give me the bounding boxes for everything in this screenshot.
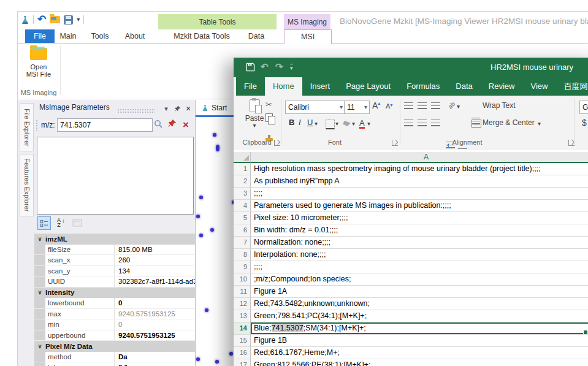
shrink-font-button[interactable]: A▾ (386, 102, 392, 110)
property-value[interactable]: 260 (115, 256, 195, 264)
grow-font-button[interactable]: A▴ (372, 101, 380, 110)
wrap-text-button[interactable]: Wrap Text (483, 101, 516, 110)
excel-save-icon[interactable] (246, 63, 255, 72)
open-msi-file-button[interactable]: Open MSI File (21, 46, 56, 90)
excel-tab-file[interactable]: File (236, 77, 265, 96)
panel-menu-caret-icon[interactable]: ▾ (161, 104, 171, 113)
toolbar-drag-handle[interactable] (36, 120, 38, 131)
borders-icon[interactable] (326, 120, 335, 129)
cell-A11[interactable]: Figure 1A (251, 286, 588, 298)
collapse-chevron-icon[interactable]: ∨ (34, 236, 45, 242)
accounting-format-button[interactable]: $ (582, 118, 587, 128)
row-header-12[interactable]: 12 (234, 298, 251, 310)
select-all-corner[interactable] (234, 152, 251, 163)
excel-qat-dropdown-icon[interactable]: ▾ (290, 64, 293, 71)
clipboard-dialog-launcher-icon[interactable] (274, 140, 280, 146)
property-category-imzml[interactable]: ∨imzML (34, 234, 195, 245)
open-folder-icon[interactable] (50, 16, 60, 23)
excel-tab-home[interactable]: Home (265, 77, 302, 96)
property-value[interactable]: 0 (115, 321, 195, 328)
excel-redo-icon[interactable]: ↷ (275, 61, 283, 72)
cell-A14[interactable]: Blue;741.5307;SM(34:1);[M+K]+; (251, 322, 588, 335)
categorized-view-icon[interactable] (37, 216, 51, 230)
property-value[interactable]: 9240.5751953125 (115, 332, 195, 339)
property-value[interactable]: 9240.5751953125 (115, 310, 195, 318)
align-left-icon[interactable] (404, 120, 413, 126)
property-uuid[interactable]: UUID302382c7-a8f1-114d-ad30 (34, 276, 195, 288)
excel-tab-formulas[interactable]: Formulas (399, 77, 448, 96)
row-header-6[interactable]: 6 (234, 224, 251, 237)
font-size-combo[interactable]: 11 ▾ (344, 101, 370, 114)
clear-mz-icon[interactable]: × (183, 118, 189, 132)
panel-drag-grip[interactable] (117, 109, 155, 113)
font-dialog-launcher-icon[interactable] (392, 140, 398, 146)
cell-A7[interactable]: Normalization: none;;;; (251, 237, 588, 249)
row-header-17[interactable]: 17 (234, 359, 251, 366)
font-color-caret-icon[interactable]: ▾ (367, 121, 370, 127)
font-name-combo[interactable]: Calibri ▾ (285, 101, 345, 114)
sidebar-tab-file-explorer[interactable]: File Explorer (20, 103, 34, 151)
property-method[interactable]: methodDa (34, 352, 195, 363)
property-filesize[interactable]: fileSize815.00 MB (34, 245, 195, 256)
property-value[interactable]: 0 (115, 299, 195, 307)
excel-tab-review[interactable]: Review (481, 77, 523, 96)
paste-button[interactable]: Paste ▾ (242, 99, 267, 129)
cell-A12[interactable]: Red;743.5482;unknown;unknown; (251, 298, 588, 310)
orientation-icon[interactable]: ab (447, 101, 457, 110)
qat-dropdown-icon[interactable]: ▾ (77, 17, 80, 23)
pin-mz-icon[interactable] (167, 119, 177, 128)
property-min[interactable]: min0 (34, 319, 195, 330)
property-max[interactable]: max9240.5751953125 (34, 309, 195, 320)
property-value[interactable]: 0.1 (115, 364, 195, 366)
row-header-2[interactable]: 2 (234, 175, 251, 188)
underline-button[interactable]: U (307, 118, 313, 127)
property-tolerance[interactable]: tolerance0.1 (34, 362, 195, 366)
row-header-13[interactable]: 13 (234, 310, 251, 322)
panel-close-icon[interactable]: × (183, 104, 193, 113)
property-category-intensity[interactable]: ∨Intensity (34, 288, 195, 299)
collapse-chevron-icon[interactable]: ∨ (34, 289, 45, 295)
excel-tab-百度网[interactable]: 百度网 (556, 77, 588, 96)
property-value[interactable]: Da (115, 353, 195, 360)
excel-tab-data[interactable]: Data (448, 77, 480, 96)
row-header-3[interactable]: 3 (234, 188, 251, 200)
fill-handle[interactable] (583, 330, 588, 335)
mzkit-tab-file[interactable]: File (25, 29, 55, 43)
save-icon[interactable] (64, 15, 73, 25)
property-category-pixel-m-z-data[interactable]: ∨Pixel M/z Data (34, 341, 195, 352)
mz-list-box[interactable] (37, 137, 194, 215)
property-value[interactable]: 302382c7-a8f1-114d-ad30 (115, 278, 195, 285)
orientation-caret-icon[interactable]: ▾ (457, 104, 460, 110)
undo-icon[interactable]: ↶ (37, 15, 46, 24)
excel-tab-page-layout[interactable]: Page Layout (338, 77, 399, 96)
fill-color-icon[interactable] (343, 121, 351, 126)
mzkit-tab-main[interactable]: Main (55, 29, 82, 43)
mzkit-tab-tools[interactable]: Tools (84, 29, 116, 43)
align-top-icon[interactable] (404, 102, 413, 109)
property-scan-x[interactable]: scan_x260 (34, 255, 195, 266)
row-header-14[interactable]: 14 (234, 322, 251, 335)
align-bottom-icon[interactable] (431, 102, 440, 109)
cell-A10[interactable]: ;m/z;Compound;Ion species; (251, 273, 588, 286)
row-header-5[interactable]: 5 (234, 212, 251, 224)
collapse-chevron-icon[interactable]: ∨ (34, 343, 45, 349)
row-header-16[interactable]: 16 (234, 347, 251, 359)
property-upperbound[interactable]: upperbound9240.5751953125 (34, 330, 195, 341)
excel-undo-icon[interactable]: ↶ (261, 61, 269, 72)
cell-A8[interactable]: Interpolation: none;;;; (251, 249, 588, 261)
bold-button[interactable]: B (289, 118, 294, 127)
sidebar-tab-features-explorer[interactable]: Features Explorer (20, 154, 34, 216)
number-format-combo[interactable]: Ge (579, 101, 588, 114)
cell-A17[interactable]: Green;812.5566;PE(38:1);[M+K]+; (251, 359, 588, 366)
merge-center-button[interactable]: Merge & Center (483, 118, 535, 127)
cell-A2[interactable]: As published inÿR”mpp A (251, 175, 588, 188)
merge-center-caret-icon[interactable]: ▾ (538, 121, 541, 127)
mzkit-tab-about[interactable]: About (118, 29, 151, 43)
column-header-A[interactable]: A (251, 152, 588, 163)
row-header-10[interactable]: 10 (234, 273, 251, 286)
excel-tab-view[interactable]: View (522, 77, 556, 96)
cell-A1[interactable]: High resolution mass spectrometry imagin… (251, 163, 588, 175)
fill-color-caret-icon[interactable]: ▾ (352, 121, 355, 127)
cell-A5[interactable]: Pixel size: 10 micrometer;;;; (251, 212, 588, 224)
row-header-11[interactable]: 11 (234, 286, 251, 298)
